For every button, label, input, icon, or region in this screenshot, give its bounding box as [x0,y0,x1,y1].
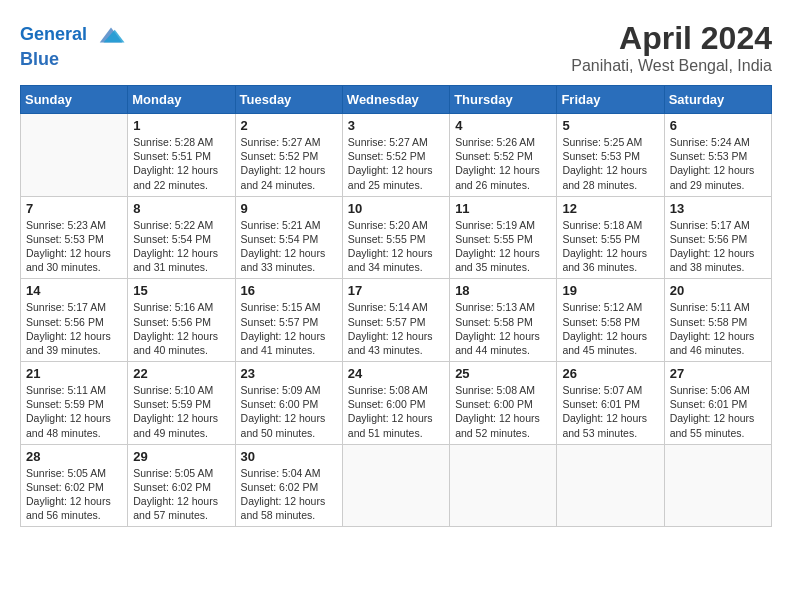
weekday-header: Wednesday [342,86,449,114]
day-info: Sunrise: 5:10 AM Sunset: 5:59 PM Dayligh… [133,383,229,440]
day-info: Sunrise: 5:19 AM Sunset: 5:55 PM Dayligh… [455,218,551,275]
day-number: 7 [26,201,122,216]
day-info: Sunrise: 5:15 AM Sunset: 5:57 PM Dayligh… [241,300,337,357]
calendar-cell: 21Sunrise: 5:11 AM Sunset: 5:59 PM Dayli… [21,362,128,445]
day-info: Sunrise: 5:27 AM Sunset: 5:52 PM Dayligh… [241,135,337,192]
calendar-cell: 13Sunrise: 5:17 AM Sunset: 5:56 PM Dayli… [664,196,771,279]
day-info: Sunrise: 5:04 AM Sunset: 6:02 PM Dayligh… [241,466,337,523]
logo: General Blue [20,20,126,70]
calendar-table: SundayMondayTuesdayWednesdayThursdayFrid… [20,85,772,527]
day-info: Sunrise: 5:20 AM Sunset: 5:55 PM Dayligh… [348,218,444,275]
day-info: Sunrise: 5:17 AM Sunset: 5:56 PM Dayligh… [26,300,122,357]
calendar-cell: 10Sunrise: 5:20 AM Sunset: 5:55 PM Dayli… [342,196,449,279]
day-info: Sunrise: 5:09 AM Sunset: 6:00 PM Dayligh… [241,383,337,440]
day-info: Sunrise: 5:05 AM Sunset: 6:02 PM Dayligh… [133,466,229,523]
day-info: Sunrise: 5:11 AM Sunset: 5:59 PM Dayligh… [26,383,122,440]
day-number: 10 [348,201,444,216]
calendar-cell: 27Sunrise: 5:06 AM Sunset: 6:01 PM Dayli… [664,362,771,445]
calendar-cell [557,444,664,527]
day-number: 22 [133,366,229,381]
day-info: Sunrise: 5:13 AM Sunset: 5:58 PM Dayligh… [455,300,551,357]
calendar-week-row: 28Sunrise: 5:05 AM Sunset: 6:02 PM Dayli… [21,444,772,527]
day-info: Sunrise: 5:25 AM Sunset: 5:53 PM Dayligh… [562,135,658,192]
day-number: 13 [670,201,766,216]
day-info: Sunrise: 5:23 AM Sunset: 5:53 PM Dayligh… [26,218,122,275]
day-number: 12 [562,201,658,216]
day-info: Sunrise: 5:26 AM Sunset: 5:52 PM Dayligh… [455,135,551,192]
location-title: Panihati, West Bengal, India [571,57,772,75]
calendar-cell: 24Sunrise: 5:08 AM Sunset: 6:00 PM Dayli… [342,362,449,445]
day-info: Sunrise: 5:22 AM Sunset: 5:54 PM Dayligh… [133,218,229,275]
day-number: 1 [133,118,229,133]
day-number: 18 [455,283,551,298]
day-number: 15 [133,283,229,298]
day-info: Sunrise: 5:27 AM Sunset: 5:52 PM Dayligh… [348,135,444,192]
calendar-cell [450,444,557,527]
calendar-cell: 20Sunrise: 5:11 AM Sunset: 5:58 PM Dayli… [664,279,771,362]
weekday-header: Monday [128,86,235,114]
day-number: 28 [26,449,122,464]
day-number: 17 [348,283,444,298]
day-info: Sunrise: 5:28 AM Sunset: 5:51 PM Dayligh… [133,135,229,192]
calendar-cell [342,444,449,527]
page-header: General Blue April 2024 Panihati, West B… [20,20,772,75]
calendar-cell: 29Sunrise: 5:05 AM Sunset: 6:02 PM Dayli… [128,444,235,527]
day-number: 14 [26,283,122,298]
calendar-cell: 1Sunrise: 5:28 AM Sunset: 5:51 PM Daylig… [128,114,235,197]
day-number: 9 [241,201,337,216]
calendar-cell: 6Sunrise: 5:24 AM Sunset: 5:53 PM Daylig… [664,114,771,197]
calendar-week-row: 21Sunrise: 5:11 AM Sunset: 5:59 PM Dayli… [21,362,772,445]
calendar-cell: 23Sunrise: 5:09 AM Sunset: 6:00 PM Dayli… [235,362,342,445]
weekday-header-row: SundayMondayTuesdayWednesdayThursdayFrid… [21,86,772,114]
day-info: Sunrise: 5:17 AM Sunset: 5:56 PM Dayligh… [670,218,766,275]
day-number: 23 [241,366,337,381]
calendar-week-row: 14Sunrise: 5:17 AM Sunset: 5:56 PM Dayli… [21,279,772,362]
day-info: Sunrise: 5:21 AM Sunset: 5:54 PM Dayligh… [241,218,337,275]
day-number: 20 [670,283,766,298]
day-number: 30 [241,449,337,464]
calendar-cell: 16Sunrise: 5:15 AM Sunset: 5:57 PM Dayli… [235,279,342,362]
title-area: April 2024 Panihati, West Bengal, India [571,20,772,75]
calendar-cell: 19Sunrise: 5:12 AM Sunset: 5:58 PM Dayli… [557,279,664,362]
calendar-cell: 22Sunrise: 5:10 AM Sunset: 5:59 PM Dayli… [128,362,235,445]
weekday-header: Tuesday [235,86,342,114]
calendar-cell: 11Sunrise: 5:19 AM Sunset: 5:55 PM Dayli… [450,196,557,279]
calendar-cell: 14Sunrise: 5:17 AM Sunset: 5:56 PM Dayli… [21,279,128,362]
calendar-cell: 30Sunrise: 5:04 AM Sunset: 6:02 PM Dayli… [235,444,342,527]
calendar-cell: 8Sunrise: 5:22 AM Sunset: 5:54 PM Daylig… [128,196,235,279]
calendar-week-row: 1Sunrise: 5:28 AM Sunset: 5:51 PM Daylig… [21,114,772,197]
day-number: 8 [133,201,229,216]
calendar-cell: 17Sunrise: 5:14 AM Sunset: 5:57 PM Dayli… [342,279,449,362]
logo-blue: Blue [20,50,126,70]
day-info: Sunrise: 5:24 AM Sunset: 5:53 PM Dayligh… [670,135,766,192]
day-number: 16 [241,283,337,298]
weekday-header: Friday [557,86,664,114]
day-number: 3 [348,118,444,133]
day-number: 4 [455,118,551,133]
day-info: Sunrise: 5:14 AM Sunset: 5:57 PM Dayligh… [348,300,444,357]
day-number: 26 [562,366,658,381]
calendar-cell: 4Sunrise: 5:26 AM Sunset: 5:52 PM Daylig… [450,114,557,197]
calendar-cell: 3Sunrise: 5:27 AM Sunset: 5:52 PM Daylig… [342,114,449,197]
day-number: 19 [562,283,658,298]
day-number: 6 [670,118,766,133]
calendar-cell [21,114,128,197]
day-number: 29 [133,449,229,464]
day-info: Sunrise: 5:05 AM Sunset: 6:02 PM Dayligh… [26,466,122,523]
calendar-cell: 15Sunrise: 5:16 AM Sunset: 5:56 PM Dayli… [128,279,235,362]
day-info: Sunrise: 5:08 AM Sunset: 6:00 PM Dayligh… [348,383,444,440]
day-number: 24 [348,366,444,381]
day-info: Sunrise: 5:06 AM Sunset: 6:01 PM Dayligh… [670,383,766,440]
calendar-cell [664,444,771,527]
calendar-cell: 7Sunrise: 5:23 AM Sunset: 5:53 PM Daylig… [21,196,128,279]
day-number: 2 [241,118,337,133]
day-info: Sunrise: 5:18 AM Sunset: 5:55 PM Dayligh… [562,218,658,275]
day-info: Sunrise: 5:11 AM Sunset: 5:58 PM Dayligh… [670,300,766,357]
calendar-cell: 12Sunrise: 5:18 AM Sunset: 5:55 PM Dayli… [557,196,664,279]
calendar-cell: 28Sunrise: 5:05 AM Sunset: 6:02 PM Dayli… [21,444,128,527]
calendar-cell: 18Sunrise: 5:13 AM Sunset: 5:58 PM Dayli… [450,279,557,362]
day-number: 25 [455,366,551,381]
day-info: Sunrise: 5:07 AM Sunset: 6:01 PM Dayligh… [562,383,658,440]
weekday-header: Saturday [664,86,771,114]
calendar-cell: 5Sunrise: 5:25 AM Sunset: 5:53 PM Daylig… [557,114,664,197]
